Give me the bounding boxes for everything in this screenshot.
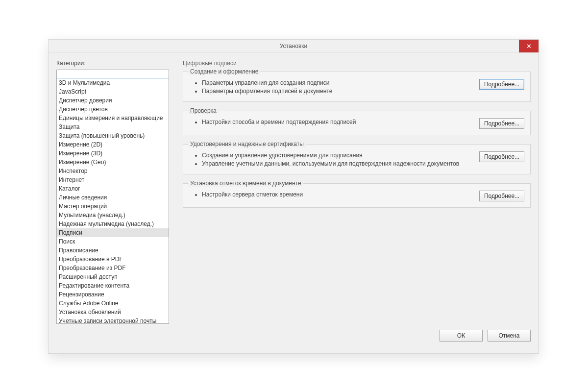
group-bullets: Настройки способа и времени подтверждени… bbox=[189, 118, 473, 126]
category-item[interactable]: Каталог bbox=[57, 184, 169, 193]
category-item[interactable]: Интернет bbox=[57, 175, 169, 184]
window-title: Установки bbox=[49, 43, 539, 49]
group-bullet: Настройки способа и времени подтверждени… bbox=[202, 118, 473, 126]
ok-button[interactable]: ОК bbox=[440, 330, 483, 342]
category-item[interactable]: Измерение (Geo) bbox=[57, 158, 169, 167]
group-body: Настройки сервера отметок времениПодробн… bbox=[189, 189, 524, 201]
category-item[interactable]: Учетные записи электронной почты bbox=[57, 317, 169, 324]
category-item[interactable]: JavaScript bbox=[57, 87, 169, 96]
group-bullets: Создание и управление удостоверениями дл… bbox=[189, 151, 473, 168]
group-bullet: Управление учетными данными, используемы… bbox=[202, 160, 473, 168]
group-bullet: Параметры управления для создания подпис… bbox=[202, 79, 473, 87]
group-legend: Проверка bbox=[188, 107, 219, 114]
category-item[interactable]: Мастер операций bbox=[57, 202, 169, 211]
settings-group: Удостоверения и надежные сертификатыСозд… bbox=[183, 144, 531, 174]
category-item[interactable]: Инспектор bbox=[57, 167, 169, 175]
group-body: Настройки способа и времени подтверждени… bbox=[189, 116, 524, 129]
group-bullet: Создание и управление удостоверениями дл… bbox=[202, 151, 473, 160]
settings-dialog: Установки ✕ Категории: 3D и МультимедиаJ… bbox=[48, 39, 539, 354]
groups-container: Создание и оформлениеПараметры управлени… bbox=[183, 72, 531, 217]
settings-group: Создание и оформлениеПараметры управлени… bbox=[183, 72, 531, 102]
group-body: Создание и управление удостоверениями дл… bbox=[189, 149, 524, 168]
category-item[interactable]: Поиск bbox=[57, 237, 169, 246]
category-item[interactable]: Защита (повышенный уровень) bbox=[57, 131, 169, 140]
more-button[interactable]: Подробнее... bbox=[479, 118, 524, 129]
category-item[interactable]: Рецензирование bbox=[57, 290, 169, 299]
close-icon: ✕ bbox=[526, 43, 532, 49]
dialog-body: Категории: 3D и МультимедиаJavaScriptДис… bbox=[49, 53, 539, 324]
category-item[interactable]: Диспетчер цветов bbox=[57, 105, 169, 114]
group-legend: Удостоверения и надежные сертификаты bbox=[188, 141, 306, 147]
group-bullets: Параметры управления для создания подпис… bbox=[189, 79, 473, 96]
category-item[interactable]: Правописание bbox=[57, 246, 169, 255]
category-item[interactable]: Личные сведения bbox=[57, 193, 169, 202]
category-item[interactable]: Редактирование контента bbox=[57, 281, 169, 290]
group-bullet: Параметры оформления подписей в документ… bbox=[202, 87, 473, 96]
settings-group: ПроверкаНастройки способа и времени подт… bbox=[183, 111, 531, 135]
categories-listbox[interactable]: 3D и МультимедиаJavaScriptДиспетчер дове… bbox=[56, 70, 169, 324]
category-item[interactable]: Измерение (2D) bbox=[57, 140, 169, 149]
category-item[interactable]: Диспетчер доверия bbox=[57, 96, 169, 105]
settings-group: Установка отметок времени в документеНас… bbox=[183, 183, 531, 208]
cancel-button[interactable]: Отмена bbox=[488, 330, 531, 342]
category-item[interactable]: Измерение (3D) bbox=[57, 149, 169, 158]
more-button[interactable]: Подробнее... bbox=[479, 151, 524, 162]
categories-label: Категории: bbox=[56, 60, 169, 67]
category-item[interactable]: Защита bbox=[57, 122, 169, 131]
category-item[interactable]: Расширенный доступ bbox=[57, 272, 169, 281]
content-panel: Цифровые подписи Создание и оформлениеПа… bbox=[183, 60, 531, 324]
category-item[interactable] bbox=[57, 70, 169, 78]
category-item[interactable]: Подписи bbox=[57, 228, 169, 237]
dialog-footer: ОК Отмена bbox=[49, 324, 539, 353]
group-body: Параметры управления для создания подпис… bbox=[189, 77, 524, 96]
more-button[interactable]: Подробнее... bbox=[479, 79, 524, 90]
group-bullet: Настройки сервера отметок времени bbox=[202, 191, 473, 199]
group-legend: Установка отметок времени в документе bbox=[188, 180, 303, 187]
category-item[interactable]: Преобразование из PDF bbox=[57, 264, 169, 272]
category-item[interactable]: Надежная мультимедиа (унаслед.) bbox=[57, 220, 169, 228]
category-item[interactable]: Установка обновлений bbox=[57, 308, 169, 317]
group-legend: Создание и оформление bbox=[188, 68, 260, 75]
category-item[interactable]: Преобразование в PDF bbox=[57, 255, 169, 264]
category-item[interactable]: Мультимедиа (унаслед.) bbox=[57, 211, 169, 220]
close-button[interactable]: ✕ bbox=[519, 40, 539, 52]
group-bullets: Настройки сервера отметок времени bbox=[189, 191, 473, 199]
category-item[interactable]: 3D и Мультимедиа bbox=[57, 78, 169, 87]
page-title: Цифровые подписи bbox=[183, 60, 531, 67]
category-item[interactable]: Службы Adobe Online bbox=[57, 299, 169, 308]
more-button[interactable]: Подробнее... bbox=[479, 191, 524, 201]
category-item[interactable]: Единицы измерения и направляющие bbox=[57, 114, 169, 122]
titlebar: Установки ✕ bbox=[49, 40, 539, 53]
categories-panel: Категории: 3D и МультимедиаJavaScriptДис… bbox=[56, 60, 169, 324]
